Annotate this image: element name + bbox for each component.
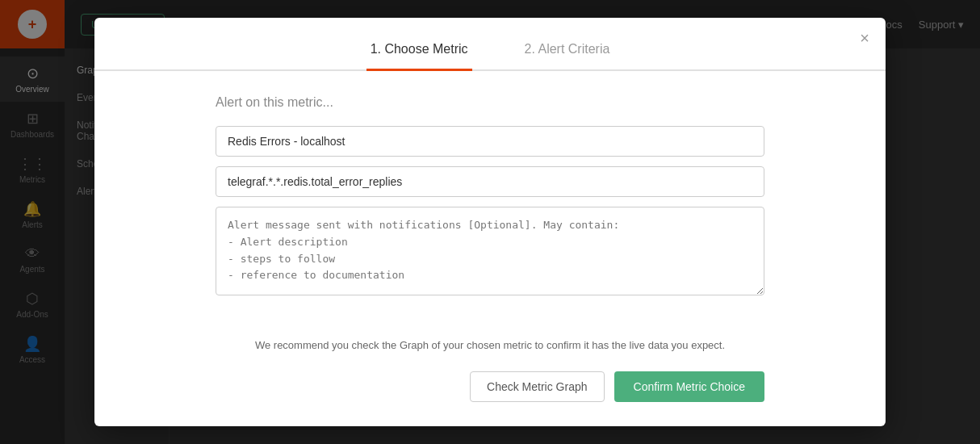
modal-tabs: 1. Choose Metric 2. Alert Criteria bbox=[94, 18, 886, 71]
tab-alert-criteria-label: 2. Alert Criteria bbox=[525, 42, 610, 56]
modal-footer: Check Metric Graph Confirm Metric Choice bbox=[94, 371, 886, 426]
confirm-metric-choice-button[interactable]: Confirm Metric Choice bbox=[614, 371, 764, 402]
modal-body: Alert on this metric... bbox=[94, 71, 886, 323]
modal: × 1. Choose Metric 2. Alert Criteria Ale… bbox=[94, 18, 886, 426]
tab-choose-metric[interactable]: 1. Choose Metric bbox=[366, 34, 472, 71]
recommendation-text: We recommend you check the Graph of your… bbox=[94, 339, 886, 351]
alert-message-textarea[interactable] bbox=[216, 207, 764, 295]
tab-choose-metric-label: 1. Choose Metric bbox=[371, 42, 468, 56]
metric-name-input[interactable] bbox=[216, 126, 764, 157]
modal-close-button[interactable]: × bbox=[860, 30, 869, 46]
tab-alert-criteria[interactable]: 2. Alert Criteria bbox=[521, 34, 614, 71]
modal-overlay: × 1. Choose Metric 2. Alert Criteria Ale… bbox=[0, 0, 980, 444]
section-label: Alert on this metric... bbox=[216, 95, 764, 110]
metric-path-input[interactable] bbox=[216, 166, 764, 197]
check-metric-graph-button[interactable]: Check Metric Graph bbox=[470, 371, 604, 402]
